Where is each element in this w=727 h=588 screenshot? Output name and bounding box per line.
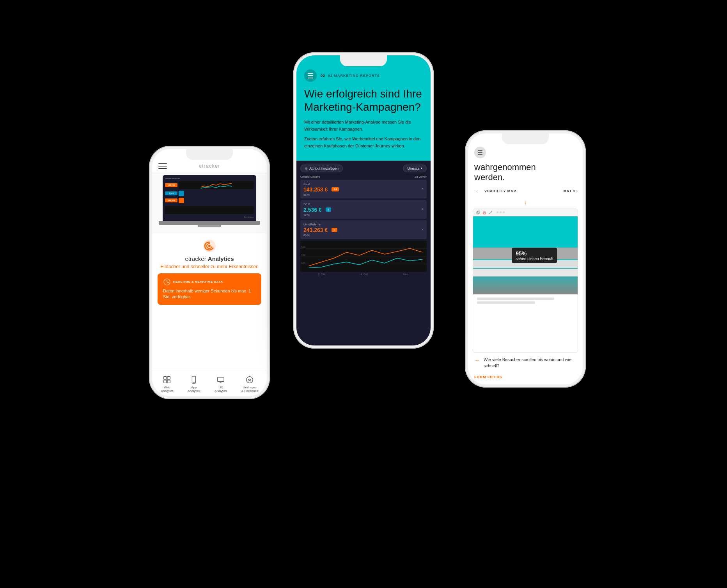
chart-date-2: 4. Okt [360,273,368,276]
bottom-nav: WebAnalytics AppAnalytics [152,371,267,396]
phone-left-inner: etracker Standard Bericht Geo 143.2 [152,149,267,396]
nav-item-web-analytics[interactable]: WebAnalytics [161,375,173,393]
mini-browser-bar [473,209,578,216]
center-headline: Wie erfolgreich sind Ihre Marketing-Kamp… [304,87,423,113]
nav-label-app: AppAnalytics [188,386,200,393]
mot-label: MoT > [564,189,576,193]
visibility-nav: ‹ VISIBILITY MAP MoT > › [468,187,583,195]
phone-right: wahrgenommenwerden. ‹ VISIBILITY MAP MoT… [465,130,586,388]
svg-rect-9 [218,377,224,381]
nav-label-ux: UXAnalytics [215,386,227,393]
feature-box: REALTIME & NEARTIME DATA Daten innerhalb… [158,273,261,305]
svg-rect-4 [167,377,170,379]
form-fields-section: FORM FIELDS [468,373,583,384]
analytics-chart: 500 400 100 [300,241,427,272]
browser-action-icons [476,211,493,214]
chart-labels: 2. Okt 4. Okt 8am. [300,273,427,276]
etracker-logo: etracker [199,163,220,169]
svg-rect-5 [164,380,167,383]
svg-text:400: 400 [301,253,305,256]
center-desc2: Zudem erfahren Sie, wie Werbemittel und … [304,136,423,149]
survey-icon [245,375,254,384]
brand-area: etracker Analytics Einfacher und schnell… [152,234,267,273]
phone-right-notch [502,133,549,144]
right-question-area: → Wie viele Besucher scrollen bis wohin … [468,353,583,373]
visibility-tooltip-text: sehen diesen Bereich [516,256,553,260]
ux-icon [216,375,225,384]
feature-title: REALTIME & NEARTIME DATA [173,280,223,283]
col-umsatz-gesamt: Umsatz Gesamt [300,175,413,178]
svg-rect-6 [167,380,170,383]
phones-container: etracker Standard Bericht Geo 143.2 [129,21,598,567]
chart-date-1: 2. Okt [318,273,325,276]
right-headline: wahrgenommenwerden. [468,162,583,187]
visibility-pct: 95% [516,250,553,256]
visibility-heatmap: 95% sehen diesen Bereich [473,216,578,294]
close-icon-link[interactable]: × [421,227,424,232]
metric-badge-seo: 14 [332,187,339,191]
nav-item-ux-analytics[interactable]: UXAnalytics [215,375,227,393]
mot-button[interactable]: MoT > › [564,189,578,193]
col-zu-vorher: Zu Vorher [415,175,427,178]
metric-row-link: Link/Referrer 243.263 € 8 86 % × [300,220,427,239]
phone-left: etracker Standard Bericht Geo 143.2 [149,146,270,399]
chevron-right-icon: › [576,189,578,193]
nav-item-surveys[interactable]: Umfragen& Feedback [241,375,258,393]
metric-value-sem: 2.536 € [303,207,322,213]
phone-right-inner: wahrgenommenwerden. ‹ VISIBILITY MAP MoT… [468,133,583,384]
add-attribute-label: Attribut hinzufügen [309,166,339,170]
form-fields-label: FORM FIELDS [474,375,502,379]
arrow-right-icon: → [474,357,480,365]
chart-time: 8am. [403,273,409,276]
metric-value-seo: 143.253 € [303,186,328,193]
metric-pct-seo: 55 % [303,193,420,196]
delete-icon [482,211,486,214]
close-icon-seo[interactable]: × [421,187,424,191]
browser-dots [496,211,505,213]
nav-label-web: WebAnalytics [161,386,173,393]
right-menu-button[interactable] [474,147,486,158]
visibility-map-label: VISIBILITY MAP [484,189,516,193]
realtime-icon [163,278,171,286]
metric-value-link: 243.263 € [303,227,328,233]
svg-rect-20 [477,211,480,213]
close-icon-sem[interactable]: × [421,207,424,211]
metric-name-seo: SEO [303,182,420,186]
metric-pct-sem: 12 % [303,214,420,216]
center-desc1: Mit einer detaillierten Marketing-Analys… [304,119,423,133]
svg-text:100: 100 [301,261,305,264]
svg-rect-19 [477,212,479,214]
metric-name-sem: SEM [303,202,420,206]
laptop-image: Standard Bericht Geo 143.253 [152,173,267,234]
brand-name: etracker Analytics [158,255,261,262]
svg-point-1 [208,245,211,247]
mobile-icon [189,375,199,384]
edit-icon [489,211,493,214]
mini-browser-content: 95% sehen diesen Bereich [473,216,578,294]
center-step: 02 02 MARKETING REPORTS [321,74,380,78]
metric-row-sem: SEM 2.536 € 8 12 % × [300,200,427,219]
laptop-screen: Standard Bericht Geo 143.253 [163,175,256,221]
svg-text:500: 500 [301,246,305,248]
metric-pct-link: 86 % [303,234,420,237]
center-top-section: 02 02 MARKETING REPORTS Wie erfolgreich … [296,55,431,161]
center-bottom-section: ⊕ Attribut hinzufügen Umsatz ▾ Umsatz Ge… [296,161,431,345]
metric-badge-sem: 8 [326,207,331,212]
prev-button[interactable]: ‹ [473,187,481,195]
metric-row-seo: SEO 143.253 € 14 55 % × [300,180,427,198]
feature-text: Daten innerhalb weniger Sekunden bis max… [163,288,256,300]
phone-left-screen: etracker Standard Bericht Geo 143.2 [152,149,267,396]
nav-label-surveys: Umfragen& Feedback [241,386,258,393]
hamburger-icon[interactable] [158,163,167,169]
dropdown-label: Umsatz [407,166,419,170]
copy-icon [476,211,480,214]
center-menu-button[interactable] [304,69,317,82]
nav-item-app-analytics[interactable]: AppAnalytics [188,375,200,393]
metric-name-link: Link/Referrer [303,223,420,226]
scroll-down-icon: ↓ [468,199,583,209]
add-attribute-button[interactable]: ⊕ Attribut hinzufügen [300,165,343,172]
brand-tagline: Einfacher und schneller zu mehr Erkenntn… [158,264,261,270]
umsatz-dropdown[interactable]: Umsatz ▾ [403,165,427,172]
visibility-tooltip: 95% sehen diesen Bereich [512,248,557,263]
svg-rect-3 [164,377,167,379]
